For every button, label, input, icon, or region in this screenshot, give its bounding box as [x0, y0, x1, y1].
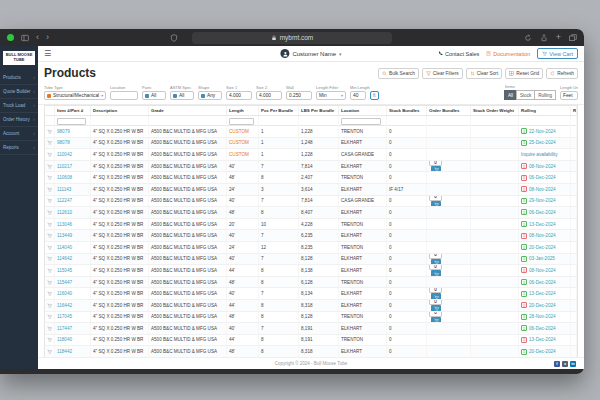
location-filter-input[interactable]: [110, 91, 138, 100]
add-to-cart-icon[interactable]: [47, 256, 52, 261]
table-row[interactable]: 112247 4" SQ X 0.250 HR W BR A500 B&C MU…: [45, 196, 577, 208]
add-to-cart-icon[interactable]: [47, 233, 52, 238]
length-column-filter-input[interactable]: [229, 118, 254, 125]
rolling-date-link[interactable]: 08-Nov-2024: [529, 268, 556, 273]
add-to-cart-icon[interactable]: [47, 291, 52, 296]
rolling-date-link[interactable]: 08-Nov-2024: [529, 233, 556, 238]
table-row[interactable]: 114642 4" SQ X 0.250 HR W BR A500 B&C MU…: [45, 254, 577, 266]
table-row[interactable]: 117447 4" SQ X 0.250 HR W BR A500 B&C MU…: [45, 323, 577, 335]
wall-input[interactable]: [286, 91, 312, 100]
rolling-date-link[interactable]: 06-Dec-2024: [529, 280, 556, 285]
items-rolling-button[interactable]: Rolling: [534, 90, 556, 100]
add-to-cart-icon[interactable]: [47, 303, 52, 308]
rolling-status-badge[interactable]: 1: [521, 221, 527, 227]
bulk-search-button[interactable]: Bulk Search: [378, 68, 419, 79]
add-to-cart-icon[interactable]: [47, 268, 52, 273]
order-quantity-input[interactable]: [429, 254, 442, 259]
rolling-status-badge[interactable]: 1: [521, 267, 527, 273]
rolling-date-link[interactable]: 25-Dec-2024: [529, 140, 556, 145]
share-icon[interactable]: [540, 34, 548, 42]
add-order-button[interactable]: [431, 317, 441, 323]
order-quantity-input[interactable]: [429, 288, 442, 293]
table-row[interactable]: 114040 4" SQ X 0.250 HR W BR A500 B&C MU…: [45, 242, 577, 254]
col-pcs-per-bundle[interactable]: Pcs Per Bundle: [259, 106, 299, 115]
length-units-select[interactable]: Feet: [560, 91, 578, 100]
tube-type-select[interactable]: Structural/Mechanical ▾: [44, 91, 106, 100]
rolling-date-link[interactable]: 03-Jan-2025: [529, 256, 555, 261]
shape-select[interactable]: Any: [198, 91, 222, 100]
rolling-status-badge[interactable]: 1: [521, 163, 527, 169]
rolling-status-badge[interactable]: 1: [521, 337, 527, 343]
col-stock-bundles[interactable]: Stock Bundles: [387, 106, 427, 115]
rolling-date-link[interactable]: 22-Nov-2024: [529, 129, 556, 134]
add-to-cart-icon[interactable]: [47, 349, 52, 354]
add-to-cart-icon[interactable]: [47, 245, 52, 250]
col-stock-order-weight[interactable]: Stock Order Weight: [471, 106, 519, 115]
rolling-status-badge[interactable]: 1: [521, 314, 527, 320]
table-row[interactable]: 98079 4" SQ X 0.250 HR W BR A500 B&C MUL…: [45, 126, 577, 138]
add-to-cart-icon[interactable]: [47, 314, 52, 319]
rolling-status-badge[interactable]: 1: [521, 291, 527, 297]
linkedin-icon[interactable]: in: [570, 361, 576, 367]
item-number-link[interactable]: 111143: [57, 187, 71, 192]
length-unit-toggle[interactable]: ft: [370, 91, 379, 100]
item-column-filter-input[interactable]: [57, 118, 86, 125]
item-number-link[interactable]: 117045: [57, 314, 72, 319]
rolling-status-badge[interactable]: 1: [521, 186, 527, 192]
sidebar-item-order-history[interactable]: Order History›: [0, 113, 38, 127]
rolling-status-badge[interactable]: 1: [521, 256, 527, 262]
min-length-input[interactable]: [350, 91, 366, 100]
rolling-date-link[interactable]: 28-Nov-2024: [529, 314, 556, 319]
table-row[interactable]: 113046 4" SQ X 0.250 HR W BR A500 B&C MU…: [45, 219, 577, 231]
order-quantity-input[interactable]: [429, 312, 442, 317]
privacy-shield-icon[interactable]: [170, 34, 178, 42]
x-twitter-icon[interactable]: x: [562, 361, 568, 367]
add-order-button[interactable]: [431, 305, 441, 311]
table-row[interactable]: 110217 4" SQ X 0.250 HR W BR A500 B&C MU…: [45, 161, 577, 173]
documentation-link[interactable]: Documentation: [486, 51, 530, 57]
rolling-date-link[interactable]: 06-Dec-2024: [529, 326, 556, 331]
order-quantity-input[interactable]: [429, 265, 442, 270]
item-number-link[interactable]: 116040: [57, 291, 72, 296]
item-number-link[interactable]: 116442: [57, 303, 72, 308]
clear-filters-button[interactable]: Clear Filters: [422, 68, 463, 79]
view-cart-button[interactable]: View Cart: [537, 48, 578, 59]
rolling-date-link[interactable]: 13-Dec-2024: [529, 291, 556, 296]
table-row[interactable]: 118040 4" SQ X 0.250 HR W BR A500 B&C MU…: [45, 335, 577, 347]
item-number-link[interactable]: 113046: [57, 222, 72, 227]
item-number-link[interactable]: 110042: [57, 152, 72, 157]
order-quantity-input[interactable]: [429, 196, 442, 201]
item-number-link[interactable]: 115045: [57, 268, 72, 273]
add-to-cart-icon[interactable]: [47, 337, 52, 342]
table-row[interactable]: 118442 4" SQ X 0.250 HR W BR A500 B&C MU…: [45, 346, 577, 357]
table-row[interactable]: 113449 4" SQ X 0.250 HR W BR A500 B&C MU…: [45, 230, 577, 242]
traffic-light-green[interactable]: [7, 34, 14, 41]
table-row[interactable]: 116040 4" SQ X 0.250 HR W BR A500 B&C MU…: [45, 288, 577, 300]
add-order-button[interactable]: [431, 201, 441, 207]
item-number-link[interactable]: 98078: [57, 140, 70, 145]
table-row[interactable]: 115447 4" SQ X 0.250 HR W BR A500 B&C MU…: [45, 277, 577, 289]
size-2-input[interactable]: [256, 91, 282, 100]
location-column-filter-input[interactable]: [341, 118, 381, 125]
item-number-link[interactable]: 118442: [57, 349, 72, 354]
rolling-status-badge[interactable]: 1: [521, 209, 527, 215]
add-to-cart-icon[interactable]: [47, 198, 52, 203]
address-bar[interactable]: mybmt.com: [192, 32, 392, 44]
rolling-date-link[interactable]: Inquire availability: [521, 152, 558, 157]
facebook-icon[interactable]: f: [554, 361, 560, 367]
reload-icon[interactable]: [524, 34, 532, 42]
rolling-date-link[interactable]: 06-Dec-2024: [529, 175, 556, 180]
add-to-cart-icon[interactable]: [47, 222, 52, 227]
contact-sales-link[interactable]: Contact Sales: [438, 51, 479, 57]
col-rolling[interactable]: Rolling: [519, 106, 571, 115]
col-description[interactable]: Description: [91, 106, 149, 115]
col-lbs-per-bundle[interactable]: LBS Per Bundle: [299, 106, 339, 115]
table-row[interactable]: 110042 4" SQ X 0.250 HR W BR A500 B&C MU…: [45, 149, 577, 161]
rolling-status-badge[interactable]: 1: [521, 140, 527, 146]
customer-menu[interactable]: Customer Name ▾: [280, 49, 341, 58]
sidebar-item-products[interactable]: Products›: [0, 71, 38, 85]
new-tab-icon[interactable]: +: [556, 33, 561, 42]
astm-spec-select[interactable]: All: [170, 91, 194, 100]
item-number-link[interactable]: 118040: [57, 337, 72, 342]
table-row[interactable]: 112610 4" SQ X 0.250 HR W BR A500 B&C MU…: [45, 207, 577, 219]
